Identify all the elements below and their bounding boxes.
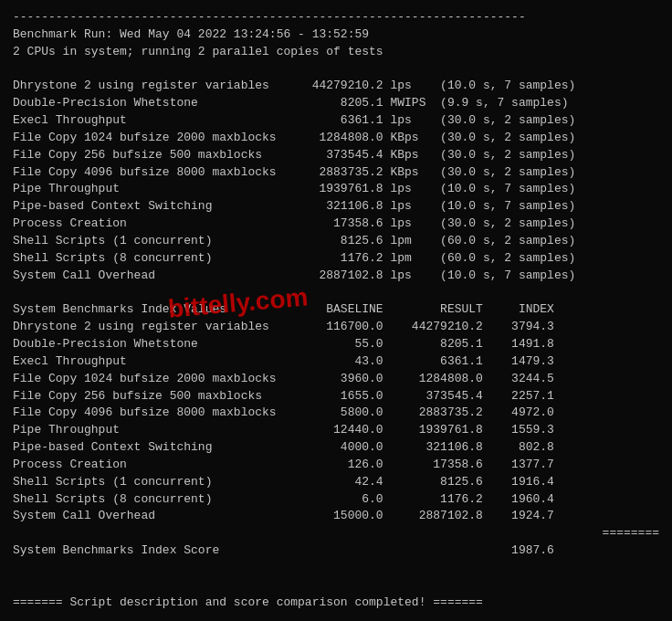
benchmark-line: File Copy 4096 bufsize 8000 maxblocks 28… — [13, 164, 659, 182]
table-row: File Copy 4096 bufsize 8000 maxblocks 58… — [13, 405, 659, 422]
equals-separator: ======== — [13, 525, 659, 542]
benchmark-line: Pipe-based Context Switching 321106.8 lp… — [13, 198, 659, 216]
benchmark-line: File Copy 256 bufsize 500 maxblocks 3735… — [13, 147, 659, 164]
table-row: Shell Scripts (8 concurrent) 6.0 1176.2 … — [13, 491, 659, 509]
table-row: System Call Overhead 15000.0 2887102.8 1… — [13, 508, 659, 525]
table-row: Dhrystone 2 using register variables 116… — [13, 319, 659, 336]
table-row: Pipe Throughput 12440.0 1939761.8 1559.3 — [13, 422, 659, 439]
benchmark-line: Shell Scripts (1 concurrent) 8125.6 lpm … — [13, 233, 659, 250]
blank-line-2 — [13, 285, 659, 302]
blank-line-3 — [13, 560, 659, 577]
blank-line-1 — [13, 61, 659, 79]
main-content: bittelly.com ---------------------------… — [13, 9, 659, 612]
blank-line-4 — [13, 577, 659, 595]
table-row: Double-Precision Whetstone 55.0 8205.1 1… — [13, 336, 659, 353]
table-section: System Benchmarks Index Values BASELINE … — [13, 301, 659, 560]
footer-message: ======= Script description and score com… — [13, 595, 659, 612]
separator-top: ----------------------------------------… — [13, 9, 659, 26]
benchmark-line: File Copy 1024 bufsize 2000 maxblocks 12… — [13, 130, 659, 147]
benchmark-line: Double-Precision Whetstone 8205.1 MWIPS … — [13, 95, 659, 112]
benchmark-line: Dhrystone 2 using register variables 442… — [13, 78, 659, 95]
table-row: Pipe-based Context Switching 4000.0 3211… — [13, 439, 659, 457]
score-line: System Benchmarks Index Score 1987.6 — [13, 542, 659, 560]
benchmark-line: Shell Scripts (8 concurrent) 1176.2 lpm … — [13, 250, 659, 268]
table-header: System Benchmarks Index Values BASELINE … — [13, 301, 659, 319]
benchmark-line: System Call Overhead 2887102.8 lps (10.0… — [13, 268, 659, 285]
header-line1: Benchmark Run: Wed May 04 2022 13:24:56 … — [13, 26, 659, 44]
table-row: File Copy 1024 bufsize 2000 maxblocks 39… — [13, 371, 659, 388]
benchmark-line: Pipe Throughput 1939761.8 lps (10.0 s, 7… — [13, 181, 659, 198]
table-row: Process Creation 126.0 17358.6 1377.7 — [13, 457, 659, 474]
table-row: File Copy 256 bufsize 500 maxblocks 1655… — [13, 388, 659, 405]
benchmark-line: Process Creation 17358.6 lps (30.0 s, 2 … — [13, 216, 659, 233]
table-row: Execl Throughput 43.0 6361.1 1479.3 — [13, 353, 659, 371]
benchmark-list: Dhrystone 2 using register variables 442… — [13, 78, 659, 284]
table-row: Shell Scripts (1 concurrent) 42.4 8125.6… — [13, 474, 659, 491]
benchmark-line: Execl Throughput 6361.1 lps (30.0 s, 2 s… — [13, 112, 659, 130]
header-line2: 2 CPUs in system; running 2 parallel cop… — [13, 44, 659, 61]
